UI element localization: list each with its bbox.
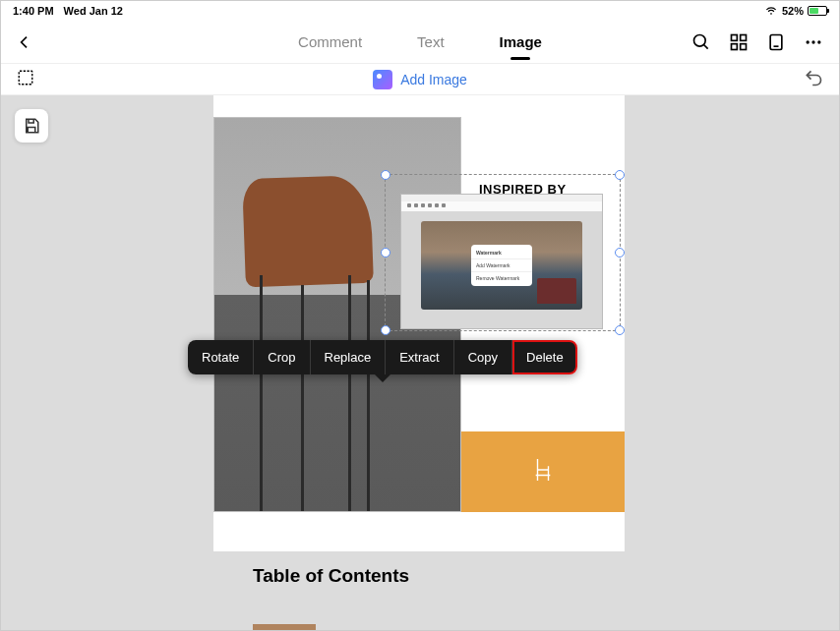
add-image-button[interactable]: Add Image (373, 70, 467, 89)
resize-handle-bl[interactable] (381, 325, 390, 335)
svg-point-9 (811, 40, 814, 43)
svg-line-1 (704, 44, 708, 48)
resize-handle-tl[interactable] (381, 170, 390, 180)
resize-handle-mr[interactable] (615, 248, 625, 258)
svg-rect-5 (741, 43, 747, 49)
svg-rect-6 (770, 34, 782, 49)
ctx-delete[interactable]: Delete (512, 340, 577, 374)
ctx-crop[interactable]: Crop (254, 340, 310, 374)
ctx-extract[interactable]: Extract (386, 340, 453, 374)
nav-tabs: Comment Text Image (298, 33, 542, 50)
svg-rect-3 (741, 34, 747, 40)
resize-handle-ml[interactable] (381, 248, 390, 258)
svg-point-10 (817, 40, 820, 43)
svg-rect-2 (732, 34, 738, 40)
ctx-copy[interactable]: Copy (454, 340, 512, 374)
orange-panel (461, 431, 625, 512)
tab-text[interactable]: Text (417, 33, 445, 50)
ctx-rotate[interactable]: Rotate (188, 340, 254, 374)
back-button[interactable] (17, 29, 32, 55)
svg-rect-4 (732, 43, 738, 49)
image-context-menu: Rotate Crop Replace Extract Copy Delete (188, 340, 577, 374)
save-button[interactable] (15, 109, 48, 143)
page-icon[interactable] (766, 32, 786, 52)
battery-icon (808, 6, 827, 16)
undo-icon[interactable] (804, 68, 823, 91)
ctx-replace[interactable]: Replace (311, 340, 387, 374)
inspired-by-label: INSPIRED BY (479, 182, 567, 197)
canvas[interactable]: INSPIRED BY Watermark Add Watermark Remo… (1, 95, 839, 630)
svg-rect-11 (19, 71, 32, 85)
resize-handle-tr[interactable] (615, 170, 625, 180)
resize-handle-br[interactable] (615, 325, 625, 335)
search-icon[interactable] (691, 32, 711, 52)
chair-icon (532, 457, 554, 487)
toc-image-stub (253, 624, 316, 630)
toolbar: Add Image (1, 64, 839, 95)
status-bar: 1:40 PM Wed Jan 12 52% (1, 1, 839, 21)
nav-bar: Comment Text Image (1, 21, 839, 64)
add-image-icon (373, 70, 392, 89)
document-page: INSPIRED BY Watermark Add Watermark Remo… (213, 95, 625, 551)
status-date: Wed Jan 12 (64, 5, 123, 17)
svg-point-0 (694, 34, 706, 46)
add-image-label: Add Image (400, 72, 467, 87)
more-icon[interactable] (804, 32, 823, 52)
selection-tool-icon[interactable] (17, 69, 34, 90)
svg-point-8 (807, 40, 810, 43)
wifi-icon (764, 3, 778, 19)
battery-percent: 52% (782, 5, 804, 17)
grid-icon[interactable] (729, 32, 749, 52)
selection-box[interactable] (385, 174, 621, 331)
toc-heading: Table of Contents (253, 565, 409, 587)
tab-image[interactable]: Image (500, 33, 542, 50)
status-time: 1:40 PM (13, 5, 54, 17)
tab-comment[interactable]: Comment (298, 33, 362, 50)
